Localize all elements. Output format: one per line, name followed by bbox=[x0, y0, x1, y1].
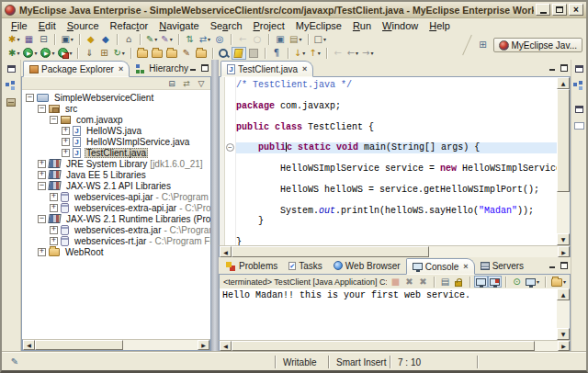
panel-tab-web-browser[interactable]: Web Browser bbox=[328, 257, 406, 274]
next-annotation-button[interactable]: ↓▾ bbox=[292, 47, 307, 60]
fold-collapse-icon[interactable]: − bbox=[226, 143, 234, 152]
scroll-up-button[interactable]: ▲ bbox=[557, 77, 570, 89]
minimize-button[interactable] bbox=[536, 4, 550, 16]
open-browse-3-button[interactable] bbox=[164, 47, 179, 60]
maximize-view-button[interactable] bbox=[201, 64, 209, 72]
expand-icon[interactable]: + bbox=[50, 204, 58, 212]
view-menu-button[interactable]: ▽ bbox=[195, 78, 208, 89]
link-with-editor-button[interactable]: ⇄ bbox=[180, 78, 193, 89]
refresh-button[interactable]: ↻▾ bbox=[111, 47, 126, 60]
panel-tab-tasks[interactable]: Tasks bbox=[283, 257, 328, 274]
collapse-all-button[interactable]: ⊟ bbox=[165, 78, 178, 89]
tree-item-webroot[interactable]: +WebRoot bbox=[22, 246, 210, 257]
fast-view-toggle-button[interactable]: ✎ bbox=[7, 356, 22, 368]
view-tab-hierarchy[interactable]: Hierarchy bbox=[130, 60, 194, 76]
team-synchronize-button[interactable]: ⇅ bbox=[183, 33, 198, 46]
close-tab-icon[interactable]: × bbox=[119, 64, 123, 73]
maximize-button[interactable] bbox=[552, 4, 567, 16]
new-ear-project-button[interactable]: ◆ bbox=[84, 33, 98, 46]
expand-icon[interactable]: + bbox=[38, 248, 46, 256]
close-button[interactable]: × bbox=[569, 4, 583, 16]
menu-help[interactable]: Help bbox=[424, 20, 456, 31]
editor-v-scrollbar[interactable]: ▲ ▼ bbox=[557, 77, 570, 245]
scrollbar-thumb[interactable] bbox=[557, 89, 570, 192]
tree-item-jre-system-library[interactable]: +JRE System Library [jdk1.6.0_21] bbox=[22, 158, 210, 169]
scroll-down-button[interactable]: ▼ bbox=[557, 233, 570, 245]
console-output[interactable]: Hello Madan!! this is your first web ser… bbox=[220, 288, 557, 340]
menu-project[interactable]: Project bbox=[248, 20, 290, 31]
outline-fast-view-button[interactable] bbox=[571, 79, 586, 92]
scroll-down-button[interactable]: ▼ bbox=[557, 328, 570, 340]
scroll-left-button[interactable]: ◀ bbox=[220, 341, 232, 351]
show-console-on-stdout-button[interactable] bbox=[474, 276, 488, 288]
menu-search[interactable]: Search bbox=[205, 20, 248, 31]
tree-item-webservices-extra-jar[interactable]: +webservices-extra.jar - C:\Program File… bbox=[22, 224, 210, 235]
new-editor-window-button[interactable]: ▣ bbox=[273, 33, 288, 46]
tree-item-jax-ws-2-1-api-libraries[interactable]: −JAX-WS 2.1 API Libraries bbox=[22, 180, 210, 191]
panel-tab-servers[interactable]: Servers bbox=[475, 257, 529, 274]
open-console-button[interactable]: ▾ bbox=[549, 276, 568, 288]
debug-button[interactable]: ✱▾ bbox=[6, 47, 21, 60]
menu-window[interactable]: Window bbox=[377, 20, 424, 31]
pin-console-button[interactable]: ⊙ bbox=[510, 276, 524, 288]
expand-icon[interactable]: + bbox=[50, 226, 58, 234]
previous-annotation-button[interactable]: ↑▾ bbox=[307, 47, 322, 60]
new-web-project-button[interactable]: ◆ bbox=[98, 33, 113, 46]
restore-fast-view-button[interactable] bbox=[5, 62, 17, 75]
console-v-scrollbar[interactable]: ▲ ▼ bbox=[557, 288, 570, 340]
search-button[interactable] bbox=[217, 47, 232, 60]
expand-icon[interactable]: + bbox=[50, 237, 58, 245]
tree-item-webservices-api-jar[interactable]: +webservices-api.jar - C:\Program Files\… bbox=[22, 191, 210, 202]
close-tab-icon[interactable]: × bbox=[463, 262, 468, 271]
expand-icon[interactable]: + bbox=[62, 149, 70, 157]
remove-all-terminated-button[interactable]: ✖ bbox=[416, 276, 430, 288]
external-tools-button[interactable]: ▾ bbox=[56, 47, 74, 60]
tree-item-hellows-java[interactable]: +JHelloWS.java bbox=[22, 125, 210, 136]
minimize-view-button[interactable] bbox=[189, 63, 198, 72]
editor-h-scrollbar[interactable]: ◀ ▶ bbox=[219, 245, 571, 257]
import-deployment-button[interactable]: ⇓ bbox=[82, 47, 96, 60]
restore-secondary-view-button[interactable] bbox=[572, 103, 585, 116]
menu-navigate[interactable]: Navigate bbox=[153, 20, 204, 31]
last-edit-location-button[interactable] bbox=[246, 47, 261, 60]
restore-outline-view-button[interactable] bbox=[572, 62, 585, 75]
code-area[interactable]: /* TestClient.java */package com.javaxp;… bbox=[236, 77, 557, 245]
expand-icon[interactable]: + bbox=[50, 193, 58, 201]
run-on-server-button[interactable]: ▾ bbox=[39, 47, 56, 60]
undo-button[interactable]: ← bbox=[235, 33, 250, 46]
toggle-mark-occurrences-button[interactable] bbox=[232, 47, 246, 60]
validate-button[interactable]: ✎ bbox=[179, 47, 194, 60]
blank-fast-view-button[interactable] bbox=[572, 119, 586, 132]
tree-item-simplewebserviceclient[interactable]: −SimpleWebserviceClient bbox=[22, 92, 210, 103]
show-whitespace-button[interactable]: ¶ bbox=[269, 47, 284, 60]
local-history-button[interactable]: ○ bbox=[250, 33, 265, 46]
package-explorer-h-scrollbar[interactable]: ◀ ▶ bbox=[22, 339, 210, 351]
tree-item-webservices-extra-api-jar[interactable]: +webservices-extra-api.jar - C:\Program … bbox=[22, 202, 210, 213]
console-h-scrollbar[interactable]: ◀ ▶ bbox=[219, 340, 571, 352]
panel-tab-console[interactable]: Console× bbox=[406, 258, 475, 275]
panel-tab-problems[interactable]: Problems bbox=[220, 257, 283, 274]
scroll-up-button[interactable]: ▲ bbox=[557, 288, 570, 300]
editor-tab-testclient-java[interactable]: JTestClient.java× bbox=[220, 61, 313, 77]
new-class-wizard-button[interactable]: ✎▾ bbox=[144, 33, 159, 46]
tree-item-java-ee-5-libraries[interactable]: +Java EE 5 Libraries bbox=[22, 169, 210, 180]
open-browse-1-button[interactable] bbox=[135, 47, 150, 60]
scrollbar-thumb[interactable] bbox=[232, 246, 429, 257]
minimize-panel-button[interactable] bbox=[548, 261, 557, 269]
scroll-lock-button[interactable] bbox=[452, 276, 466, 288]
menu-edit[interactable]: Edit bbox=[33, 20, 62, 31]
myeclipse-deploy-button[interactable]: ▣▾ bbox=[59, 33, 74, 46]
expand-icon[interactable]: + bbox=[62, 127, 70, 135]
web-capabilities-button[interactable]: ⊞ bbox=[96, 47, 111, 60]
display-selected-console-button[interactable]: ▾ bbox=[524, 276, 541, 288]
maximize-editor-button[interactable] bbox=[560, 64, 568, 72]
tree-item-src[interactable]: −src bbox=[22, 103, 210, 114]
scroll-right-button[interactable]: ▶ bbox=[558, 246, 570, 257]
tree-item-webservices-rt-jar[interactable]: +webservices-rt.jar - C:\Program Files\G… bbox=[22, 235, 210, 246]
sash-divider[interactable] bbox=[211, 60, 219, 352]
print-button[interactable]: ⊟ bbox=[36, 33, 51, 46]
view-tab-package-explorer[interactable]: Package Explorer× bbox=[23, 61, 130, 77]
tree-item-jax-ws-2-1-runtime-libraries-project-metro-1-1[interactable]: −JAX-WS 2.1 Runtime Libraries (Project M… bbox=[22, 213, 210, 224]
show-console-on-stderr-button[interactable] bbox=[488, 276, 502, 288]
menu-file[interactable]: File bbox=[6, 20, 33, 31]
